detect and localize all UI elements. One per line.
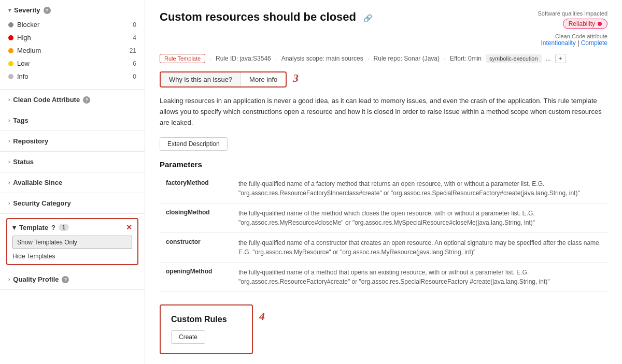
security-category-header[interactable]: › Security Category [8, 199, 136, 207]
chevron-down-template: ▾ [12, 224, 16, 231]
blocker-dot [8, 22, 13, 27]
template-count-badge: 1 [59, 224, 69, 231]
step-4: 4 [259, 310, 265, 323]
rule-repo: Rule repo: Sonar (Java) [374, 55, 440, 62]
chevron-right-tags: › [8, 118, 10, 123]
chevron-down-icon: ▾ [8, 7, 11, 13]
param-row: constructor the fully-qualified name of … [160, 233, 607, 263]
info-dot [8, 74, 13, 79]
reliability-dot [598, 22, 602, 26]
param-name: constructor [160, 233, 232, 263]
low-dot [8, 61, 13, 66]
main-content: Custom resources should be closed 🔗 Soft… [145, 0, 622, 364]
tab-why-issue[interactable]: Why is this an issue? [161, 72, 241, 86]
template-header: ▾ Template ? 1 ✕ [12, 223, 132, 231]
param-name: closingMethod [160, 203, 232, 233]
rule-id: Rule ID: java:S3546 [216, 55, 271, 62]
tab-more-info[interactable]: More info [241, 72, 286, 86]
available-since-section: › Available Since [0, 172, 145, 193]
chevron-right-sec: › [8, 200, 10, 206]
severity-item-low[interactable]: Low 6 [8, 57, 136, 70]
medium-count: 21 [130, 47, 136, 54]
available-since-label: Available Since [13, 179, 62, 186]
repository-label: Repository [13, 137, 48, 145]
status-section: › Status [0, 152, 145, 172]
available-since-header[interactable]: › Available Since [8, 179, 136, 186]
severity-section: ▾ Severity ? Blocker 0 High 4 [0, 0, 145, 90]
custom-rules-box: Custom Rules Create [160, 304, 253, 354]
high-label: High [17, 34, 31, 41]
link-icon[interactable]: 🔗 [363, 14, 372, 22]
high-dot [8, 35, 13, 40]
info-label: Info [17, 72, 29, 80]
param-desc: the fully-qualified name of a constructo… [232, 233, 607, 263]
severity-item-high[interactable]: High 4 [8, 31, 136, 44]
security-category-label: Security Category [13, 199, 70, 207]
tabs-row: Why is this an issue? More info [160, 71, 287, 88]
template-header-left[interactable]: ▾ Template ? 1 [12, 224, 69, 231]
severity-header[interactable]: ▾ Severity ? [8, 6, 136, 14]
param-name: factoryMethod [160, 174, 232, 203]
security-category-section: › Security Category [0, 193, 145, 214]
repository-section: › Repository [0, 131, 145, 152]
show-templates-only-button[interactable]: Show Templates Only [12, 236, 132, 249]
low-count: 6 [133, 60, 136, 67]
tags-header[interactable]: › Tags [8, 117, 136, 124]
param-desc: the fully-qualified name of a factory me… [232, 174, 607, 203]
reliability-badge: Reliability [563, 19, 607, 29]
add-tag-button[interactable]: + [555, 54, 566, 63]
tags-label: Tags [13, 117, 28, 124]
step-3: 3 [293, 71, 299, 84]
param-row: factoryMethod the fully-qualified name o… [160, 174, 607, 203]
rule-title: Custom resources should be closed 🔗 [160, 10, 372, 24]
chevron-right-avail: › [8, 180, 10, 185]
create-button[interactable]: Create [171, 330, 205, 344]
param-row: openingMethod the fully-qualified name o… [160, 263, 607, 292]
chevron-right-repo: › [8, 138, 10, 144]
severity-item-medium[interactable]: Medium 21 [8, 44, 136, 57]
clean-code-header[interactable]: › Clean Code Attribute ? [8, 96, 136, 104]
medium-dot [8, 48, 13, 53]
tag-symbolic-execution[interactable]: symbolic-execution [486, 54, 542, 63]
software-qualities-label: Software qualities impacted [504, 10, 607, 17]
effort: Effort: 0min [450, 55, 482, 62]
clean-code-label: Clean Code Attribute [13, 96, 80, 104]
low-label: Low [17, 60, 30, 67]
intentionality-link[interactable]: Intentionality [541, 39, 575, 47]
complete-link[interactable]: Complete [581, 39, 607, 47]
severity-item-blocker[interactable]: Blocker 0 [8, 18, 136, 31]
custom-rules-title: Custom Rules [171, 315, 242, 324]
severity-label: Severity [14, 6, 40, 14]
clean-code-attribute-label: Clean Code attribute [504, 33, 607, 39]
help-icon[interactable]: ? [44, 7, 51, 14]
right-panel: Software qualities impacted Reliability … [504, 10, 607, 47]
clean-code-section: › Clean Code Attribute ? [0, 90, 145, 110]
quality-profile-header[interactable]: › Quality Profile ? [8, 275, 136, 283]
parameters-title: Parameters [160, 160, 607, 169]
rule-meta-row: Rule Template · Rule ID: java:S3546 · An… [160, 54, 607, 63]
clean-code-links: Intentionality | Complete [504, 39, 607, 47]
param-row: closingMethod the fully-qualified name o… [160, 203, 607, 233]
template-label: Template [19, 224, 48, 231]
blocker-count: 0 [133, 21, 136, 28]
chevron-right-qp: › [8, 276, 10, 282]
hide-templates-link[interactable]: Hide Templates [12, 253, 55, 260]
medium-label: Medium [17, 47, 41, 54]
severity-item-info[interactable]: Info 0 [8, 70, 136, 83]
param-name: openingMethod [160, 263, 232, 292]
template-section: ▾ Template ? 1 ✕ Show Templates Only Hid… [6, 218, 138, 265]
rule-title-row: Custom resources should be closed 🔗 Soft… [160, 10, 607, 47]
sidebar: ▾ Severity ? Blocker 0 High 4 [0, 0, 145, 364]
reliability-label: Reliability [569, 20, 595, 27]
status-header[interactable]: › Status [8, 158, 136, 166]
repository-header[interactable]: › Repository [8, 137, 136, 145]
param-desc: the fully-qualified name of the method w… [232, 203, 607, 233]
extend-description-button[interactable]: Extend Description [160, 137, 228, 151]
help-icon-qp[interactable]: ? [62, 276, 69, 283]
rule-description: Leaking resources in an application is n… [160, 96, 607, 128]
rule-template-badge: Rule Template [160, 54, 205, 63]
tags-section: › Tags [0, 110, 145, 131]
help-icon-clean[interactable]: ? [83, 96, 90, 104]
template-close-icon[interactable]: ✕ [126, 223, 132, 231]
help-icon-template[interactable]: ? [51, 224, 55, 231]
